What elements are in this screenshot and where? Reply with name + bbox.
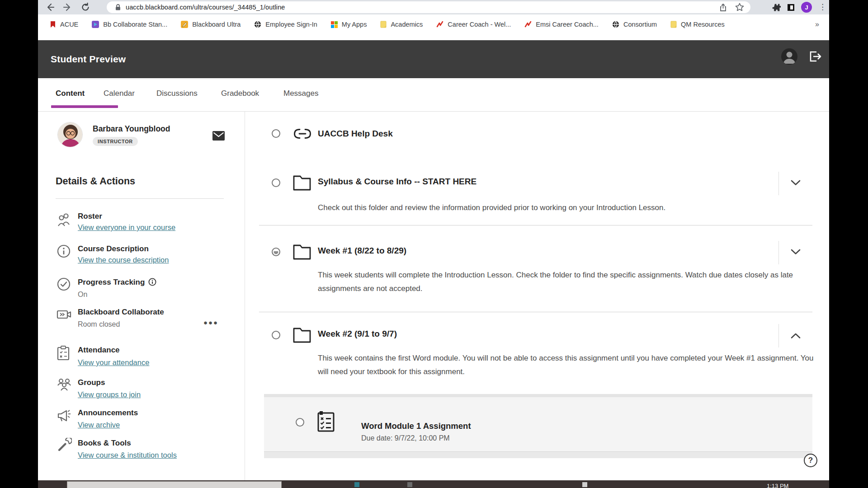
sidebar-item-roster: Roster — [78, 212, 102, 221]
instructor-name: Barbara Youngblood — [93, 124, 170, 134]
divider — [259, 312, 812, 312]
globe-icon — [254, 21, 261, 28]
syllabus-radio[interactable] — [272, 178, 280, 187]
instructor-role-badge: INSTRUCTOR — [93, 137, 138, 146]
folder-icon — [292, 173, 312, 192]
bookmark-acue[interactable]: ACUE — [50, 21, 78, 28]
collaborate-icon — [92, 21, 99, 28]
announcements-link[interactable]: View archive — [78, 421, 120, 429]
groups-link[interactable]: View groups to join — [78, 390, 141, 399]
share-icon[interactable] — [719, 3, 728, 12]
bookmark-academics[interactable]: Academics — [380, 21, 423, 28]
item-title-week1[interactable]: Week #1 (8/22 to 8/29) — [318, 246, 406, 256]
taskbar-app-icon[interactable] — [354, 482, 359, 487]
message-envelope-icon[interactable] — [212, 131, 225, 141]
announcements-megaphone-icon — [57, 408, 72, 423]
bookmark-bb-collaborate[interactable]: Bb Collaborate Stan... — [92, 21, 167, 28]
browser-menu-icon[interactable]: ⋮ — [819, 5, 826, 9]
week2-children-panel: Word Module 1 Assignment Due date: 9/7/2… — [264, 394, 812, 458]
url-text[interactable]: uaccb.blackboard.com/ultra/courses/_3448… — [126, 4, 285, 11]
bookmark-blackboard-ultra[interactable]: Blackboard Ultra — [181, 21, 241, 28]
bookmark-qm-resources[interactable]: QM Resources — [670, 21, 725, 28]
divider — [56, 198, 224, 199]
tab-content[interactable]: Content — [56, 89, 85, 98]
instructor-photo[interactable] — [57, 122, 83, 147]
course-outline: UACCB Help Desk Syllabus & Course Info -… — [245, 112, 829, 480]
bookmarks-overflow-icon[interactable]: » — [815, 20, 819, 28]
attendance-link[interactable]: View your attendance — [78, 358, 149, 367]
tab-messages[interactable]: Messages — [283, 89, 318, 98]
chevron-up-icon[interactable] — [790, 333, 801, 343]
address-bar[interactable]: uaccb.blackboard.com/ultra/courses/_3448… — [107, 1, 750, 13]
assignment-title[interactable]: Word Module 1 Assignment — [361, 421, 471, 431]
tab-calendar[interactable]: Calendar — [104, 89, 135, 98]
tab-gradebook[interactable]: Gradebook — [221, 89, 259, 98]
week1-radio[interactable] — [272, 248, 280, 256]
sidebar-item-announcements: Announcements — [78, 408, 138, 418]
collaborate-status: Room closed — [78, 320, 120, 328]
window-icon[interactable] — [788, 4, 794, 11]
folder-icon — [292, 242, 312, 261]
week2-radio[interactable] — [272, 331, 280, 339]
tab-discussions[interactable]: Discussions — [156, 89, 198, 98]
sidebar-item-collaborate: Blackboard Collaborate — [78, 308, 164, 317]
chevron-down-icon[interactable] — [790, 249, 801, 259]
extensions-icon[interactable] — [771, 3, 781, 12]
divider — [778, 324, 779, 347]
note-yellow-icon — [670, 21, 677, 28]
forward-icon[interactable] — [61, 1, 73, 13]
reload-icon[interactable] — [80, 1, 91, 13]
taskbar-clock: 1:13 PM — [767, 483, 788, 488]
divider — [259, 225, 812, 225]
career-coach-icon — [524, 21, 532, 28]
assignment-radio[interactable] — [296, 418, 304, 427]
user-avatar[interactable] — [781, 48, 797, 65]
groups-icon — [57, 377, 72, 393]
helpdesk-radio[interactable] — [272, 129, 280, 138]
globe-icon — [612, 21, 619, 28]
back-icon[interactable] — [44, 1, 56, 13]
course-description-link[interactable]: View the course description — [78, 256, 169, 264]
microsoft-icon — [331, 21, 338, 28]
bookmark-my-apps[interactable]: My Apps — [331, 21, 367, 28]
books-tools-link[interactable]: View course & institution tools — [78, 451, 177, 460]
browser-window: uaccb.blackboard.com/ultra/courses/_3448… — [38, 0, 829, 480]
sidebar-item-groups: Groups — [78, 378, 105, 387]
active-tab-underline — [51, 105, 118, 108]
browser-toolbar: uaccb.blackboard.com/ultra/courses/_3448… — [38, 0, 829, 14]
sidebar-item-course-description: Course Description — [78, 244, 149, 253]
collaborate-camera-icon — [57, 308, 72, 323]
logout-icon[interactable] — [807, 49, 822, 64]
taskbar-app-icon[interactable] — [407, 482, 412, 487]
item-title-week2[interactable]: Week #2 (9/1 to 9/7) — [318, 329, 397, 339]
roster-link[interactable]: View everyone in your course — [78, 223, 175, 232]
bookmark-emsi-career-coach[interactable]: Emsi Career Coach... — [524, 21, 599, 28]
note-yellow-icon — [380, 21, 387, 28]
bookmark-star-icon[interactable] — [735, 3, 744, 12]
student-preview-bar: Student Preview — [38, 40, 829, 78]
profile-avatar[interactable]: J — [801, 2, 812, 13]
taskbar-window-preview[interactable] — [67, 481, 282, 488]
bookmark-employee-signin[interactable]: Employee Sign-In — [254, 21, 317, 28]
help-icon[interactable]: ? — [804, 454, 817, 467]
bookmark-career-coach[interactable]: Career Coach - Wel... — [436, 21, 511, 28]
bookmark-consortium[interactable]: Consortium — [612, 21, 657, 28]
wrench-icon — [57, 438, 72, 453]
item-title-helpdesk[interactable]: UACCB Help Desk — [318, 129, 393, 139]
taskbar-app-icon[interactable] — [582, 482, 587, 487]
spacer — [38, 34, 829, 40]
item-desc-week1: This week students will complete the Int… — [318, 268, 824, 296]
sidebar-item-progress-tracking: Progress Tracking — [78, 278, 156, 287]
assignment-checklist-icon — [316, 410, 336, 433]
item-desc-syllabus: Check out this folder and review the inf… — [318, 201, 815, 215]
item-desc-week2: This week contains the first Word module… — [318, 352, 820, 379]
chevron-down-icon[interactable] — [790, 179, 801, 190]
bookmarks-bar: ACUE Bb Collaborate Stan... Blackboard U… — [38, 14, 829, 34]
sidebar-item-books-tools: Books & Tools — [78, 439, 131, 448]
info-circle-icon — [57, 244, 72, 259]
sidebar-item-attendance: Attendance — [78, 346, 120, 355]
item-title-syllabus[interactable]: Syllabus & Course Info -- START HERE — [318, 177, 476, 187]
collaborate-menu-icon[interactable]: ●●● — [203, 319, 218, 326]
lock-icon[interactable] — [115, 4, 121, 11]
info-icon[interactable] — [148, 278, 156, 286]
